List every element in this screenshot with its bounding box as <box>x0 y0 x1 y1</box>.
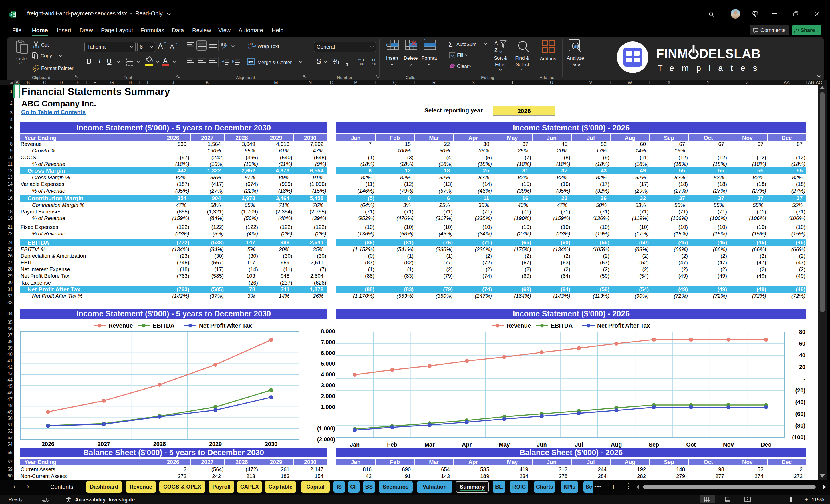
svg-text:Dec: Dec <box>761 441 771 448</box>
svg-text:Revenue: Revenue <box>108 322 133 329</box>
svg-text:EBITDA: EBITDA <box>153 322 175 329</box>
svg-text:Revenue: Revenue <box>507 322 531 329</box>
svg-text:Nov: Nov <box>723 441 734 448</box>
svg-text:Apr: Apr <box>462 441 472 448</box>
svg-text:.0: .0 <box>373 62 376 66</box>
svg-text:.0: .0 <box>361 58 364 62</box>
svg-text:20: 20 <box>799 364 805 370</box>
svg-text:Mar: Mar <box>424 441 435 448</box>
svg-text:Net Profit After Tax: Net Profit After Tax <box>199 322 252 329</box>
svg-text:2027: 2027 <box>98 441 110 447</box>
svg-text:Jun: Jun <box>537 441 547 448</box>
svg-text:Oct: Oct <box>686 441 696 448</box>
svg-text:May: May <box>499 441 510 448</box>
svg-text:(80): (80) <box>795 422 805 429</box>
svg-text:Net Profit After Tax: Net Profit After Tax <box>597 322 650 329</box>
svg-text:(2,000): (2,000) <box>317 436 335 442</box>
svg-text:EBITDA: EBITDA <box>551 322 573 329</box>
svg-text:2030: 2030 <box>265 441 278 447</box>
svg-text:Jan: Jan <box>350 441 359 448</box>
svg-text:2026: 2026 <box>42 441 55 447</box>
svg-text:-: - <box>803 376 805 382</box>
svg-text:2029: 2029 <box>209 441 222 447</box>
svg-text:(20): (20) <box>795 387 805 393</box>
svg-text:(100): (100) <box>792 434 805 441</box>
svg-text:Feb: Feb <box>387 441 397 448</box>
svg-text:A: A <box>494 40 498 46</box>
svg-text:80: 80 <box>799 329 805 335</box>
svg-text:(60): (60) <box>795 411 805 417</box>
svg-text:(1,000): (1,000) <box>317 426 335 432</box>
svg-text:Aug: Aug <box>611 441 622 448</box>
svg-text:Z: Z <box>494 47 498 53</box>
svg-text:40: 40 <box>799 352 805 358</box>
svg-text:.00: .00 <box>359 62 364 66</box>
svg-text:2028: 2028 <box>153 441 166 447</box>
svg-text:X: X <box>10 13 12 17</box>
svg-text:.00: .00 <box>371 58 376 62</box>
svg-text:60: 60 <box>799 340 805 347</box>
svg-text:Jul: Jul <box>575 441 583 448</box>
svg-text:Sep: Sep <box>649 441 659 448</box>
svg-text:(40): (40) <box>795 399 805 405</box>
